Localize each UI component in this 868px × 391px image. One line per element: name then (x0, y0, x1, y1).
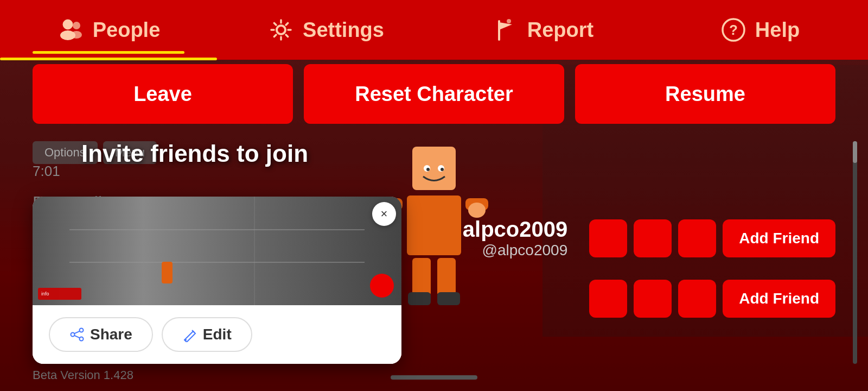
nav-people-label: People (93, 18, 161, 42)
flag-icon (492, 16, 520, 44)
svg-rect-9 (412, 147, 456, 190)
nav-bar: People Settings Report ? (0, 0, 868, 60)
share-button[interactable]: Share (49, 317, 153, 352)
svg-rect-20 (437, 292, 460, 305)
table-row: Add Friend (463, 280, 835, 318)
svg-point-22 (468, 203, 486, 218)
nav-item-help[interactable]: ? Help (651, 10, 868, 49)
svg-point-25 (80, 337, 84, 341)
svg-line-26 (74, 331, 80, 333)
player-actions-2: Add Friend (589, 280, 835, 318)
svg-point-12 (426, 168, 430, 171)
nav-settings-label: Settings (303, 18, 384, 42)
add-friend-button-2[interactable]: Add Friend (723, 280, 835, 318)
player-username: @alpco2009 (463, 242, 567, 259)
invite-text: Invite friends to join (81, 140, 308, 167)
screenshot-actions: Share Edit (33, 305, 401, 364)
svg-line-27 (74, 336, 80, 338)
nav-item-people[interactable]: People (0, 10, 217, 49)
action-buttons-row: Leave Reset Character Resume (33, 64, 835, 124)
leave-button[interactable]: Leave (33, 64, 293, 124)
player-action-btn-4[interactable] (589, 280, 627, 318)
bottom-handle (391, 375, 477, 380)
svg-point-2 (73, 22, 80, 29)
player-name: alpco2009 (463, 217, 567, 242)
svg-point-6 (507, 19, 511, 23)
svg-rect-19 (408, 292, 431, 305)
nav-help-label: Help (755, 18, 800, 42)
svg-text:?: ? (729, 22, 738, 38)
question-icon: ? (719, 16, 748, 44)
svg-point-4 (277, 26, 285, 34)
add-friend-button-1[interactable]: Add Friend (723, 219, 835, 257)
share-label: Share (90, 326, 132, 343)
game-timer: 7:01 (33, 163, 60, 180)
edit-button[interactable]: Edit (162, 317, 252, 352)
invite-friends-section: Invite friends to join (81, 140, 308, 178)
player-list: alpco2009 @alpco2009 Add Friend Add Frie… (463, 217, 835, 327)
player-action-btn-3[interactable] (678, 219, 716, 257)
screenshot-popup: info × Share Edit (33, 197, 401, 364)
player-action-btn-6[interactable] (678, 280, 716, 318)
resume-button[interactable]: Resume (575, 64, 835, 124)
svg-point-0 (63, 20, 73, 29)
player-action-btn-5[interactable] (634, 280, 672, 318)
svg-rect-17 (412, 258, 431, 296)
gear-icon (267, 16, 295, 44)
bottom-bar (0, 364, 868, 391)
edit-icon (182, 327, 197, 342)
scrollbar[interactable] (853, 141, 857, 364)
scrollbar-thumb (853, 141, 857, 163)
svg-point-23 (80, 329, 84, 332)
screenshot-preview: info × (33, 197, 401, 305)
svg-point-3 (71, 31, 82, 39)
nav-report-label: Report (527, 18, 593, 42)
player-action-btn-1[interactable] (589, 219, 627, 257)
svg-rect-14 (407, 195, 461, 255)
close-icon: × (381, 207, 388, 221)
edit-label: Edit (203, 326, 232, 343)
player-action-btn-2[interactable] (634, 219, 672, 257)
svg-point-24 (71, 333, 75, 337)
nav-item-report[interactable]: Report (434, 10, 651, 49)
share-icon (69, 327, 85, 342)
nav-item-settings[interactable]: Settings (217, 10, 434, 49)
active-tab-underline (0, 58, 217, 60)
player-actions: Add Friend (589, 219, 835, 257)
svg-point-13 (441, 168, 444, 171)
reset-character-button[interactable]: Reset Character (304, 64, 564, 124)
screenshot-close-button[interactable]: × (372, 202, 396, 226)
screenshot-record-button[interactable] (370, 274, 394, 298)
table-row: alpco2009 @alpco2009 Add Friend (463, 217, 835, 259)
svg-rect-18 (437, 258, 456, 296)
people-icon (57, 16, 85, 44)
